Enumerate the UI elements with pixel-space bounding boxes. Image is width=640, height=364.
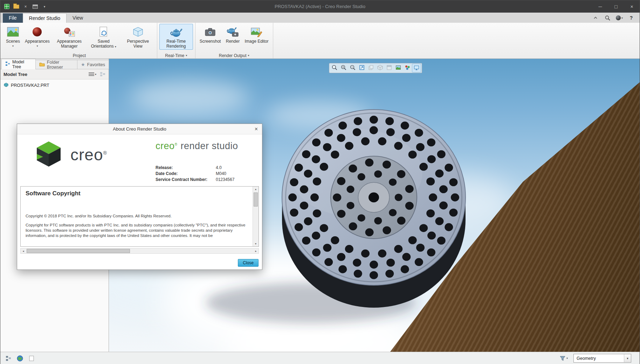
tab-model-tree[interactable]: Model Tree — [1, 59, 36, 69]
horizontal-scrollbar[interactable]: ◄ ► — [20, 248, 259, 254]
about-dialog: About Creo Render Studio × creo® creo®re… — [17, 124, 262, 270]
open-file-icon[interactable] — [12, 3, 20, 10]
windows-icon[interactable] — [31, 3, 39, 10]
display-style-button[interactable] — [376, 64, 385, 72]
view-manager-icon — [386, 64, 392, 72]
vertical-scrollbar[interactable]: ▲ ▼ — [253, 187, 259, 246]
ribbon-group-label-real-time[interactable]: Real-Time▾ — [159, 52, 193, 58]
ribbon: Scenes ▾ Appearances ▾ Appearances Manag… — [0, 23, 640, 59]
tab-favorites[interactable]: ★ Favorites — [77, 60, 109, 69]
appearances-label: Appearances — [25, 39, 50, 44]
vertical-scroll-thumb[interactable] — [254, 192, 258, 206]
appearances-caret-icon[interactable]: ▾ — [36, 44, 38, 48]
web-browser-icon[interactable] — [15, 354, 24, 363]
render-button[interactable]: Render — [223, 24, 242, 45]
appearances-button[interactable]: Appearances ▾ — [23, 24, 52, 48]
scroll-down-icon[interactable]: ▼ — [253, 241, 259, 246]
selection-filter-combo[interactable]: Geometry ▾ — [573, 354, 631, 363]
minimize-button[interactable]: ─ — [592, 0, 608, 13]
scenes-button[interactable]: Scenes ▾ — [4, 24, 22, 48]
status-bar: ▾ Geometry ▾ — [0, 352, 640, 364]
saved-orientations-label: Saved Orientations ▾ — [89, 39, 118, 49]
scroll-left-icon[interactable]: ◄ — [21, 248, 26, 254]
help-icon[interactable]: ? — [628, 14, 635, 21]
zoom-icon — [331, 64, 338, 72]
ribbon-group-label-render-output[interactable]: Render Output▾ — [197, 52, 271, 58]
dialog-close-button[interactable]: Close — [238, 259, 259, 267]
saved-orientations-caret-icon[interactable]: ▾ — [115, 45, 116, 48]
appearances-icon — [30, 25, 44, 38]
render-label: Render — [226, 39, 240, 44]
close-button[interactable]: × — [624, 0, 640, 13]
tree-settings-icon[interactable] — [100, 72, 105, 77]
real-time-rendering-icon — [169, 25, 183, 38]
perspective-view-button[interactable]: Perspective View — [121, 24, 155, 50]
refit-button[interactable] — [357, 64, 366, 72]
render-icon — [226, 25, 240, 38]
selection-filter-value: Geometry — [574, 356, 624, 361]
horizontal-scroll-track[interactable] — [26, 248, 253, 253]
display-style-icon — [377, 64, 383, 72]
repaint-button[interactable] — [366, 64, 376, 72]
render-window-button[interactable] — [412, 64, 421, 72]
scenes-icon — [6, 25, 20, 38]
saved-orientations-button[interactable]: Saved Orientations ▾ — [87, 24, 121, 50]
tree-view-options-icon[interactable]: ▾ — [89, 72, 96, 76]
image-editor-label: Image Editor — [245, 39, 268, 44]
collapse-ribbon-icon[interactable] — [592, 14, 599, 21]
perspective-view-label: Perspective View — [123, 39, 153, 49]
image-editor-icon — [249, 25, 263, 38]
screenshot-button[interactable]: Screenshot — [198, 24, 223, 45]
ribbon-group-render-output: Screenshot Render Image Editor Render Ou… — [195, 23, 273, 58]
connect-user-icon[interactable]: ▾ — [616, 14, 623, 21]
tab-file[interactable]: File — [3, 13, 23, 23]
tree-item-part[interactable]: PROSTAVKA2.PRT — [4, 82, 105, 88]
scroll-up-icon[interactable]: ▲ — [253, 187, 259, 192]
zoom-out-button[interactable] — [348, 64, 357, 72]
real-time-rendering-button[interactable]: Real-Time Rendering — [159, 24, 193, 50]
dialog-title-bar[interactable]: About Creo Render Studio × — [17, 124, 262, 134]
in-graphics-toolbar — [329, 63, 422, 73]
search-icon[interactable] — [604, 14, 611, 21]
tree-toggle-icon[interactable] — [4, 354, 13, 363]
image-editor-button[interactable]: Image Editor — [242, 24, 270, 45]
folder-icon — [39, 62, 45, 68]
copyright-text: Software Copyright Copyright © 2018 PTC … — [21, 187, 253, 246]
part-icon — [4, 82, 9, 88]
view-manager-button[interactable] — [385, 64, 394, 72]
navigator-tabs: Model Tree Folder Browser ★ Favorites — [0, 59, 109, 69]
tab-render-studio[interactable]: Render Studio — [23, 13, 67, 23]
tab-view[interactable]: View — [67, 13, 89, 23]
release-row: Release:4.0 — [156, 165, 238, 171]
maximize-button[interactable]: □ — [608, 0, 624, 13]
zoom-in-button[interactable] — [339, 64, 348, 72]
model-tree-title: Model Tree — [4, 72, 27, 77]
effects-button[interactable] — [403, 64, 412, 72]
filter-icon[interactable]: ▾ — [560, 356, 568, 361]
saved-orientations-icon — [97, 25, 111, 38]
cloud — [130, 80, 249, 115]
appearances-manager-button[interactable]: Appearances Manager — [53, 24, 86, 50]
scroll-right-icon[interactable]: ► — [253, 248, 259, 254]
product-logo: creo®render studio — [156, 141, 238, 152]
gallery-button[interactable] — [394, 64, 403, 72]
dialog-close-icon[interactable]: × — [255, 124, 258, 134]
page-icon[interactable] — [27, 354, 36, 363]
window-title: PROSTAVKA2 (Active) - Creo Render Studio — [0, 0, 640, 13]
date-code-row: Date Code:M040 — [156, 171, 238, 177]
close-document-icon[interactable]: × — [22, 3, 29, 10]
tab-folder-browser[interactable]: Folder Browser — [35, 60, 77, 69]
app-window: × ▾ PROSTAVKA2 (Active) - Creo Render St… — [0, 0, 640, 364]
quick-access-caret-icon[interactable]: ▾ — [41, 3, 48, 10]
scenes-caret-icon[interactable]: ▾ — [12, 44, 14, 48]
real-time-rendering-label: Real-Time Rendering — [161, 39, 191, 49]
title-bar: × ▾ PROSTAVKA2 (Active) - Creo Render St… — [0, 0, 640, 13]
combo-caret-icon[interactable]: ▾ — [624, 354, 631, 362]
vertical-scroll-track[interactable] — [253, 192, 259, 241]
zoom-region-button[interactable] — [330, 64, 339, 72]
creo-wordmark: creo® — [70, 145, 107, 164]
appearances-manager-icon — [62, 25, 76, 38]
app-icon[interactable] — [3, 3, 11, 10]
scenes-label: Scenes — [6, 39, 20, 44]
horizontal-scroll-thumb[interactable] — [27, 249, 130, 253]
